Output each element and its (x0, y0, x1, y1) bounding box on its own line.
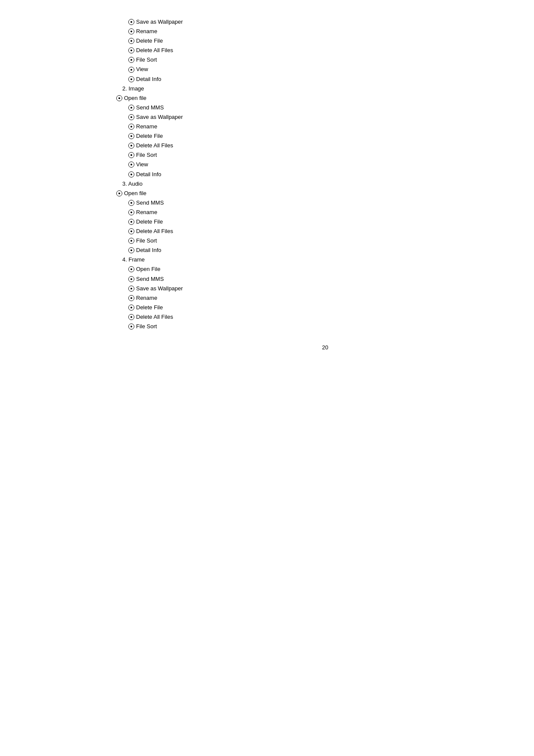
list-item: Delete File (116, 131, 534, 141)
bullet-icon (128, 200, 134, 206)
bullet-icon (128, 19, 134, 25)
item-label: Save as Wallpaper (136, 284, 183, 293)
page-number: 20 (116, 344, 534, 351)
bullet-icon (128, 276, 134, 282)
bullet-icon (116, 95, 122, 101)
bullet-icon (128, 38, 134, 44)
item-label: Delete All Files (136, 227, 173, 236)
bullet-icon (128, 314, 134, 320)
list-item: Delete File (116, 217, 534, 227)
frame-section-group: Open File Send MMS Save as Wallpaper Ren… (116, 264, 534, 331)
list-item: File Sort (116, 322, 534, 331)
item-label: Delete All Files (136, 141, 173, 150)
bullet-icon (128, 76, 134, 82)
section-number: 2. Image (116, 84, 534, 93)
bullet-icon (128, 114, 134, 120)
item-label: Rename (136, 208, 157, 217)
list-item: Save as Wallpaper (116, 17, 534, 27)
item-label: Open file (124, 93, 146, 103)
bullet-icon (128, 133, 134, 139)
list-item: Detail Info (116, 246, 534, 255)
list-item: Open File (116, 264, 534, 274)
list-item: Send MMS (116, 274, 534, 284)
section-label: 4. Frame (122, 255, 145, 264)
list-item: Rename (116, 122, 534, 131)
list-item: Rename (116, 208, 534, 217)
list-item: Delete All Files (116, 141, 534, 150)
bullet-icon (128, 57, 134, 63)
item-label: Open File (136, 264, 160, 274)
bullet-icon (128, 305, 134, 311)
list-item: Delete File (116, 36, 534, 46)
bullet-icon (128, 266, 134, 272)
content-list: Save as Wallpaper Rename Delete File Del… (116, 17, 534, 331)
item-label: Rename (136, 122, 157, 131)
list-item: Rename (116, 293, 534, 303)
top-items-group: Save as Wallpaper Rename Delete File Del… (116, 17, 534, 93)
item-label: View (136, 65, 148, 74)
bullet-icon (128, 124, 134, 130)
bullet-icon (128, 209, 134, 215)
list-item: Delete All Files (116, 46, 534, 55)
bullet-icon (128, 219, 134, 225)
section-label: 3. Audio (122, 179, 143, 189)
section-label: 2. Image (122, 84, 144, 93)
bullet-icon (128, 247, 134, 253)
item-label: Rename (136, 293, 157, 303)
list-item: File Sort (116, 150, 534, 160)
list-item: Send MMS (116, 103, 534, 112)
bullet-icon (128, 105, 134, 111)
bullet-icon (128, 67, 134, 73)
list-item: Delete All Files (116, 227, 534, 236)
item-label: File Sort (136, 236, 157, 246)
item-label: Delete All Files (136, 46, 173, 55)
item-label: Delete All Files (136, 312, 173, 322)
item-label: File Sort (136, 322, 157, 331)
item-label: Rename (136, 27, 157, 36)
list-item: Delete File (116, 303, 534, 312)
item-label: Send MMS (136, 274, 164, 284)
item-label: Save as Wallpaper (136, 17, 183, 27)
item-label: Delete File (136, 131, 163, 141)
image-section-group: Open file Send MMS Save as Wallpaper Ren… (116, 93, 534, 189)
item-label: Open file (124, 189, 146, 198)
item-label: Send MMS (136, 198, 164, 208)
section-header: Open file (116, 189, 534, 198)
bullet-icon (128, 162, 134, 168)
item-label: Send MMS (136, 103, 164, 112)
item-label: Save as Wallpaper (136, 112, 183, 122)
bullet-icon (128, 238, 134, 244)
list-item: View (116, 160, 534, 169)
item-label: Detail Info (136, 170, 161, 179)
bullet-icon (116, 190, 122, 196)
item-label: Delete File (136, 217, 163, 227)
list-item: Detail Info (116, 170, 534, 179)
bullet-icon (128, 143, 134, 149)
list-item: Save as Wallpaper (116, 112, 534, 122)
item-label: View (136, 160, 148, 169)
bullet-icon (128, 295, 134, 301)
list-item: Delete All Files (116, 312, 534, 322)
section-header: Open file (116, 93, 534, 103)
list-item: Send MMS (116, 198, 534, 208)
bullet-icon (128, 171, 134, 177)
bullet-icon (128, 324, 134, 330)
section-number: 3. Audio (116, 179, 534, 189)
bullet-icon (128, 228, 134, 234)
item-label: Detail Info (136, 75, 161, 84)
list-item: View (116, 65, 534, 74)
item-label: File Sort (136, 150, 157, 160)
list-item: Detail Info (116, 75, 534, 84)
item-label: Detail Info (136, 246, 161, 255)
audio-section-group: Open file Send MMS Rename Delete File De… (116, 189, 534, 265)
list-item: File Sort (116, 55, 534, 65)
list-item: Rename (116, 27, 534, 36)
list-item: Save as Wallpaper (116, 284, 534, 293)
bullet-icon (128, 286, 134, 292)
bullet-icon (128, 152, 134, 158)
bullet-icon (128, 47, 134, 53)
item-label: Delete File (136, 36, 163, 46)
item-label: File Sort (136, 55, 157, 65)
list-item: File Sort (116, 236, 534, 246)
bullet-icon (128, 28, 134, 34)
